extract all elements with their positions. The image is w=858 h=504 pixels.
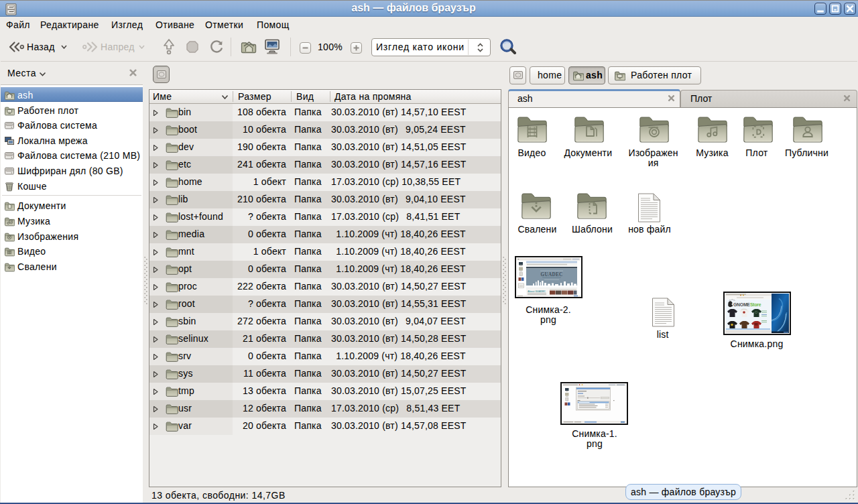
svg-text:GUADEC: GUADEC [541, 272, 563, 277]
svg-text:Store: Store [750, 302, 761, 307]
svg-text:About GUADEC: About GUADEC [528, 290, 546, 293]
svg-text:GNOME: GNOME [733, 302, 750, 307]
